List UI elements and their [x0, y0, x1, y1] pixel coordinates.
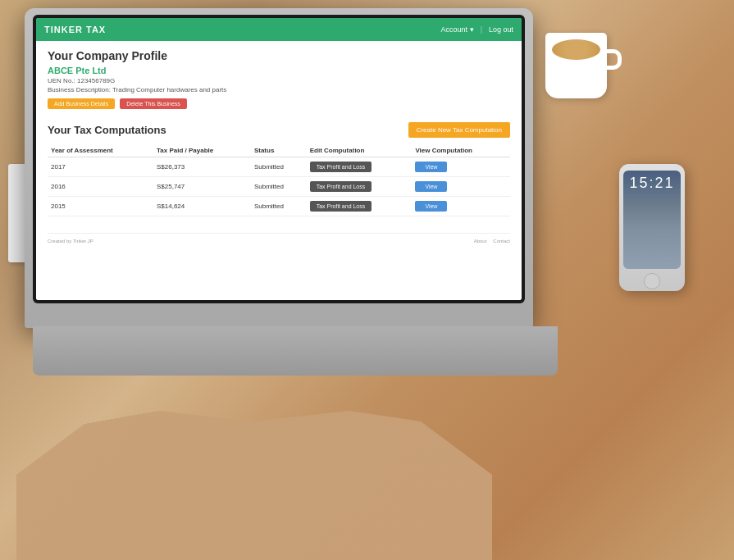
- cell-status: Submitted: [251, 177, 307, 197]
- main-content: Your Company Profile ABCE Pte Ltd UEN No…: [36, 41, 522, 300]
- col-edit: Edit Computation: [307, 144, 413, 157]
- cell-year: 2016: [48, 177, 153, 197]
- footer-contact-link[interactable]: Contact: [493, 239, 510, 244]
- phone-screen: 15:21: [623, 171, 681, 269]
- footer-links: About Contact: [474, 239, 510, 244]
- cell-edit: Tax Profit and Loss: [307, 197, 413, 216]
- cell-edit: Tax Profit and Loss: [307, 177, 413, 197]
- account-menu[interactable]: Account ▾: [441, 25, 474, 34]
- edit-tax-button-0[interactable]: Tax Profit and Loss: [310, 162, 372, 172]
- table-row: 2016 S$25,747 Submitted Tax Profit and L…: [48, 177, 510, 197]
- tax-section-title: Your Tax Computations: [48, 124, 166, 136]
- mug-handle: [607, 49, 622, 70]
- page-title: Your Company Profile: [48, 49, 510, 62]
- delete-business-button[interactable]: Delete This Business: [120, 98, 187, 109]
- edit-tax-button-2[interactable]: Tax Profit and Loss: [310, 201, 372, 212]
- business-description: Business Description: Trading Computer h…: [48, 86, 510, 93]
- tax-section-header: Your Tax Computations Create New Tax Com…: [48, 122, 510, 138]
- phone: 15:21: [619, 164, 685, 291]
- footer: Created by Tinker.JP About Contact: [48, 233, 510, 248]
- mug-coffee: [552, 39, 600, 60]
- coffee-mug: [545, 33, 619, 115]
- brand-logo: TINKER TAX: [44, 25, 106, 34]
- tax-table: Year of Assessment Tax Paid / Payable St…: [48, 144, 510, 216]
- laptop-screen: TINKER TAX Account ▾ | Log out Your Comp…: [36, 18, 522, 300]
- footer-copyright: Created by Tinker.JP: [48, 239, 93, 244]
- view-button-0[interactable]: View: [415, 162, 447, 172]
- navbar: TINKER TAX Account ▾ | Log out: [36, 18, 522, 41]
- col-year: Year of Assessment: [48, 144, 153, 157]
- cell-view: View: [412, 197, 510, 216]
- cell-edit: Tax Profit and Loss: [307, 157, 413, 177]
- cell-year: 2015: [48, 197, 153, 216]
- edit-tax-button-1[interactable]: Tax Profit and Loss: [310, 181, 372, 192]
- logout-link[interactable]: Log out: [489, 25, 513, 34]
- action-buttons: Add Business Details Delete This Busines…: [48, 98, 510, 109]
- navbar-right: Account ▾ | Log out: [441, 25, 513, 34]
- phone-home-button[interactable]: [644, 273, 660, 289]
- company-name: ABCE Pte Ltd: [48, 66, 510, 75]
- view-button-1[interactable]: View: [415, 181, 447, 192]
- add-business-details-button[interactable]: Add Business Details: [48, 98, 115, 109]
- footer-about-link[interactable]: About: [474, 239, 487, 244]
- cell-view: View: [412, 177, 510, 197]
- col-status: Status: [251, 144, 307, 157]
- create-tax-computation-button[interactable]: Create New Tax Computation: [408, 122, 510, 138]
- cell-status: Submitted: [251, 157, 307, 177]
- cell-view: View: [412, 157, 510, 177]
- nav-divider: |: [481, 25, 482, 34]
- cell-tax-paid: S$14,624: [153, 197, 251, 216]
- view-button-2[interactable]: View: [415, 201, 447, 212]
- mug-body: [545, 33, 607, 98]
- screen-bezel: TINKER TAX Account ▾ | Log out Your Comp…: [33, 15, 525, 303]
- col-tax-paid: Tax Paid / Payable: [153, 144, 251, 157]
- laptop-shell: TINKER TAX Account ▾ | Log out Your Comp…: [25, 8, 533, 328]
- col-view: View Computation: [412, 144, 510, 157]
- table-row: 2015 S$14,624 Submitted Tax Profit and L…: [48, 197, 510, 216]
- cell-tax-paid: S$25,747: [153, 177, 251, 197]
- cell-tax-paid: S$26,373: [153, 157, 251, 177]
- cell-status: Submitted: [251, 197, 307, 216]
- table-row: 2017 S$26,373 Submitted Tax Profit and L…: [48, 157, 510, 177]
- uen-number: UEN No.: 123456789G: [48, 77, 510, 84]
- laptop-keyboard: [33, 326, 558, 376]
- phone-time: 15:21: [623, 175, 681, 192]
- cell-year: 2017: [48, 157, 153, 177]
